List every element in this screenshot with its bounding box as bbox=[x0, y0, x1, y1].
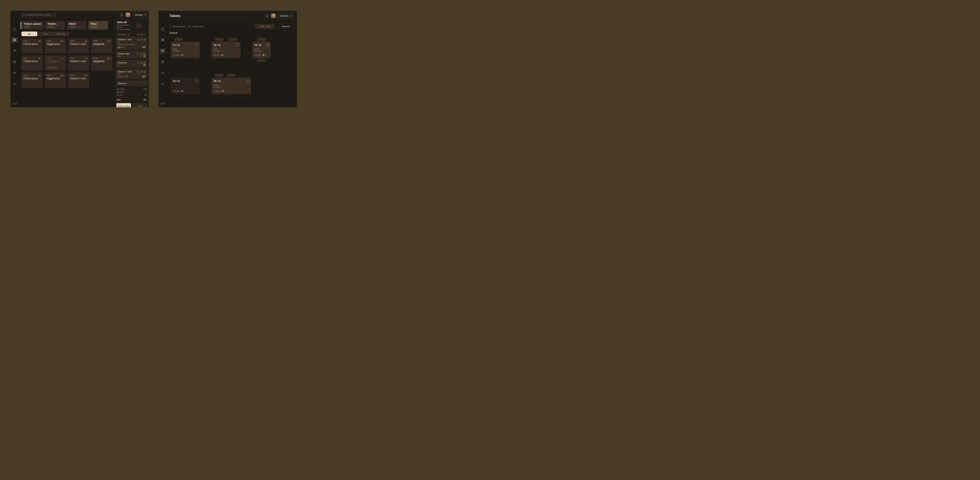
product-card[interactable]: P103 $8 Cheese 'n' corn bbox=[68, 73, 89, 88]
table[interactable]: T3 / G #5467 10.59am Available : 0/2 bbox=[252, 38, 270, 62]
chair-icon bbox=[188, 95, 196, 98]
chair-icon bbox=[215, 38, 224, 41]
topbar: 10:30am bbox=[19, 11, 149, 19]
nav-tables-icon[interactable] bbox=[11, 48, 18, 54]
qty-plus-button[interactable]: + bbox=[143, 52, 146, 55]
nav-tables-icon[interactable] bbox=[159, 48, 166, 54]
discount-row[interactable]: Discount bbox=[116, 81, 147, 86]
qty-plus-button[interactable]: + bbox=[143, 62, 146, 64]
diet-filter[interactable]: All Veg Non-veg bbox=[21, 32, 69, 36]
table-card[interactable]: T2 / G #5467 10.42am Seat left : 2/4 bbox=[212, 42, 240, 58]
table[interactable]: T1 / G #5467 10.35am Available : 3/4 bbox=[171, 38, 200, 62]
nav-menu-icon[interactable] bbox=[11, 37, 18, 43]
qty-minus-button[interactable]: − bbox=[137, 62, 139, 64]
product-card[interactable]: P101 $6 Cheese pizza bbox=[21, 55, 43, 71]
table-status-icon bbox=[196, 44, 198, 46]
nav-takeaway-icon[interactable] bbox=[11, 70, 18, 75]
table-dropdown[interactable] bbox=[136, 23, 142, 29]
nav-orders-icon[interactable] bbox=[11, 59, 18, 64]
clock-icon bbox=[290, 15, 292, 17]
nav-staff-icon[interactable] bbox=[11, 81, 18, 86]
version-label: v1.0.0 bbox=[160, 103, 165, 105]
category-title: Today's special bbox=[24, 22, 41, 25]
avatar[interactable] bbox=[126, 13, 130, 17]
svg-point-7 bbox=[23, 14, 24, 15]
product-name: Veggie pizza bbox=[47, 60, 64, 63]
svg-rect-12 bbox=[163, 40, 164, 41]
qty-minus-button[interactable]: − bbox=[137, 70, 139, 73]
nav-menu-icon[interactable] bbox=[159, 37, 166, 43]
clock-time: 10:30am bbox=[134, 14, 143, 16]
table[interactable]: T5 / G #5467 10.35am Available : 4/6 bbox=[212, 74, 251, 98]
filter-all[interactable]: All bbox=[21, 32, 37, 36]
nav-rail: v1.0.0 bbox=[159, 11, 167, 107]
product-card[interactable]: P102 $10 Veggie pizza bbox=[45, 38, 66, 54]
nav-home-icon[interactable] bbox=[159, 27, 166, 32]
product-card[interactable]: P104 $12 Margherita bbox=[91, 55, 113, 71]
chevron-down-icon bbox=[138, 24, 140, 27]
notifications-button[interactable] bbox=[265, 14, 269, 18]
edit-text[interactable]: Edit bbox=[122, 46, 125, 48]
reserve-button[interactable]: Reserve bbox=[278, 24, 294, 29]
table-card[interactable]: T4 / G Available : 4/4 bbox=[171, 78, 200, 94]
product-card[interactable]: P102 $10 Veggie pizza bbox=[45, 73, 66, 88]
table[interactable]: T2 / G #5467 10.42am Seat left : 2/4 bbox=[212, 38, 240, 62]
create-order-button[interactable]: Create order bbox=[255, 24, 275, 29]
nav-staff-icon[interactable] bbox=[159, 81, 166, 86]
product-card[interactable]: P101 $6 Cheese pizza bbox=[21, 38, 43, 54]
item-unit-price: $10 bbox=[118, 73, 146, 75]
product-card[interactable]: P104 $12 Margherita bbox=[91, 38, 113, 54]
table-name: T4 / G bbox=[173, 80, 198, 82]
table-card[interactable]: T1 / G #5467 10.35am Available : 3/4 bbox=[171, 42, 200, 58]
search-box[interactable] bbox=[21, 13, 56, 17]
nav-takeaway-icon[interactable] bbox=[159, 70, 166, 75]
edit-link[interactable]: Edit bbox=[118, 46, 121, 48]
product-card[interactable]: P103 $8 Cheese 'n' corn bbox=[68, 38, 89, 54]
chair-icon bbox=[239, 95, 248, 98]
qty-plus-button[interactable]: + bbox=[143, 70, 146, 73]
chevron-right-icon bbox=[143, 82, 145, 84]
qty-minus-button[interactable]: − bbox=[137, 38, 139, 41]
submit-order-button[interactable]: Submit order bbox=[116, 103, 131, 107]
table-status-icon bbox=[247, 80, 249, 82]
table-status: Available : 4/6 bbox=[213, 90, 225, 92]
category-tab[interactable]: Today's special3 items bbox=[21, 21, 43, 30]
table-name: T2 / G bbox=[213, 44, 239, 47]
item-unit-price: $8 bbox=[118, 41, 146, 43]
search-icon bbox=[23, 14, 25, 16]
hourglass-icon bbox=[145, 34, 146, 36]
item-unit-price: $2 bbox=[118, 64, 146, 66]
nav-orders-icon[interactable] bbox=[159, 59, 166, 64]
qty-plus-button[interactable]: + bbox=[143, 38, 146, 41]
product-card[interactable]: P103 $8 Cheese 'n' corn bbox=[68, 55, 89, 71]
order-more-button[interactable]: ⋯ bbox=[142, 24, 146, 28]
main-area: Tables 10:30am Seat occupied Available s… bbox=[167, 11, 297, 107]
avatar[interactable] bbox=[271, 14, 275, 18]
filter-veg[interactable]: Veg bbox=[37, 32, 53, 36]
qty-value: 1 bbox=[140, 62, 142, 64]
legend-available: Available seat bbox=[191, 25, 204, 28]
qty-minus-button[interactable]: − bbox=[137, 52, 139, 55]
print-button[interactable]: Print bbox=[132, 103, 147, 107]
item-line-total: $2 bbox=[143, 55, 146, 57]
order-table: Table 4/A bbox=[117, 21, 135, 24]
table[interactable]: T4 / G Available : 4/4 bbox=[171, 74, 200, 98]
category-title: Mains bbox=[69, 22, 84, 25]
product-name: Veggie pizza bbox=[47, 43, 64, 46]
table-card[interactable]: T5 / G #5467 10.35am Available : 4/6 bbox=[212, 78, 251, 94]
nav-home-icon[interactable] bbox=[11, 27, 18, 32]
category-tab[interactable]: Pizza3 items bbox=[88, 21, 108, 30]
category-tab[interactable]: Mains0 items bbox=[67, 21, 86, 30]
product-card[interactable]: P101 $6 Cheese pizza bbox=[21, 73, 43, 88]
category-title: Starters bbox=[48, 22, 62, 25]
order-meta1: #1170, ground, 3 person bbox=[117, 24, 135, 28]
filter-nonveg[interactable]: Non-veg bbox=[53, 32, 69, 36]
chair-icon bbox=[228, 59, 237, 62]
search-input[interactable] bbox=[26, 14, 54, 16]
svg-rect-2 bbox=[13, 40, 14, 41]
category-tab[interactable]: Starters3 items bbox=[45, 21, 65, 30]
svg-rect-10 bbox=[163, 39, 164, 40]
product-price: $6 bbox=[38, 40, 41, 42]
notifications-button[interactable] bbox=[119, 13, 124, 17]
table-card[interactable]: T3 / G #5467 10.59am Available : 0/2 bbox=[252, 42, 270, 58]
